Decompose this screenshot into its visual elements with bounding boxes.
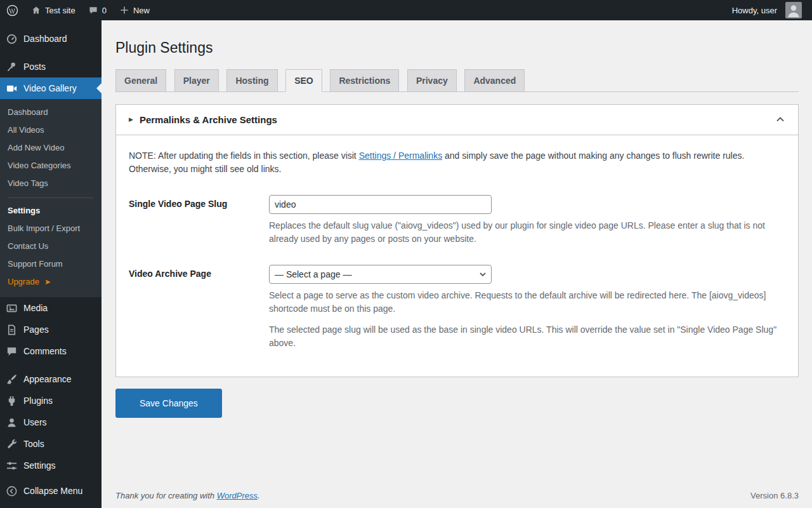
menu-comments[interactable]: Comments — [0, 340, 102, 362]
tools-wrench-icon — [5, 438, 18, 450]
users-icon — [5, 416, 18, 429]
admin-bar: Test site 0 New Howdy, user — [0, 0, 812, 20]
new-content-label: New — [133, 6, 150, 15]
panel-title: Permalinks & Archive Settings — [140, 114, 775, 125]
form-row-single-video-slug: Single Video Page Slug Replaces the defa… — [129, 195, 785, 246]
menu-video-gallery[interactable]: Video Gallery — [0, 77, 102, 99]
menu-users[interactable]: Users — [0, 411, 102, 433]
tab-seo[interactable]: SEO — [285, 69, 322, 92]
wordpress-logo-button[interactable] — [0, 0, 25, 20]
site-name-label: Test site — [45, 6, 75, 15]
menu-label: Tools — [23, 439, 44, 449]
collapse-arrow-icon — [5, 485, 18, 497]
settings-sliders-icon — [5, 459, 18, 472]
permalinks-archive-panel: ▶ Permalinks & Archive Settings NOTE: Af… — [115, 104, 799, 377]
menu-settings[interactable]: Settings — [0, 455, 102, 476]
single-video-slug-label: Single Video Page Slug — [129, 195, 269, 209]
submenu-bulk-import-export[interactable]: Bulk Import / Export — [0, 220, 102, 237]
video-archive-description-1: Select a page to serve as the custom vid… — [269, 289, 785, 316]
submenu-video-tags[interactable]: Video Tags — [0, 175, 102, 192]
menu-label: Settings — [23, 460, 56, 471]
settings-permalinks-link[interactable]: Settings / Permalinks — [359, 150, 443, 161]
plus-icon — [119, 5, 129, 15]
menu-label: Plugins — [23, 396, 53, 406]
video-archive-page-label: Video Archive Page — [129, 265, 269, 279]
menu-posts[interactable]: Posts — [0, 56, 102, 77]
menu-label: Comments — [23, 346, 67, 356]
tab-advanced[interactable]: Advanced — [464, 69, 525, 92]
menu-plugins[interactable]: Plugins — [0, 390, 102, 411]
menu-label: Media — [23, 303, 48, 313]
collapse-menu-button[interactable]: Collapse Menu — [0, 480, 102, 502]
menu-media[interactable]: Media — [0, 297, 102, 319]
avatar-person-icon — [785, 2, 802, 18]
footer-thanks-period: . — [258, 491, 260, 500]
form-row-video-archive-page: Video Archive Page — Select a page — Sel… — [129, 265, 785, 350]
admin-content-area: Plugin Settings General Player Hosting S… — [102, 0, 812, 508]
video-archive-page-select[interactable]: — Select a page — — [269, 265, 492, 284]
submenu-upgrade[interactable]: Upgrade➤ — [0, 273, 102, 291]
menu-label: Users — [23, 417, 47, 427]
video-archive-page-select-wrap: — Select a page — — [269, 265, 492, 284]
panel-body: NOTE: After updating the fields in this … — [116, 135, 798, 377]
menu-tools[interactable]: Tools — [0, 433, 102, 455]
video-archive-description-2: The selected page slug will be used as t… — [269, 323, 785, 350]
video-gallery-submenu: Dashboard All Videos Add New Video Video… — [0, 99, 102, 297]
admin-bar-left: Test site 0 New — [0, 0, 156, 20]
menu-separator — [0, 362, 102, 368]
single-video-slug-description: Replaces the default slug value ("aiovg_… — [269, 219, 785, 246]
menu-separator — [0, 50, 102, 56]
site-name-link[interactable]: Test site — [25, 0, 82, 20]
menu-label: Dashboard — [23, 34, 67, 44]
home-icon — [31, 5, 41, 15]
footer-thanks: Thank you for creating with WordPress. — [115, 491, 260, 500]
howdy-label: Howdy, user — [732, 6, 777, 15]
submenu-support-forum[interactable]: Support Forum — [0, 255, 102, 273]
menu-label: Pages — [23, 324, 49, 335]
my-account-link[interactable]: Howdy, user — [726, 0, 808, 20]
media-icon — [5, 302, 18, 314]
submenu-settings[interactable]: Settings — [0, 202, 102, 220]
menu-appearance[interactable]: Appearance — [0, 368, 102, 390]
video-archive-page-field: — Select a page — Select a page to serve… — [269, 265, 785, 350]
single-video-slug-input[interactable] — [269, 195, 492, 214]
single-video-slug-field: Replaces the default slug value ("aiovg_… — [269, 195, 785, 246]
menu-label: Posts — [23, 62, 46, 72]
page-title: Plugin Settings — [115, 33, 799, 60]
appearance-brush-icon — [5, 373, 18, 385]
wordpress-logo-icon — [6, 4, 18, 17]
menu-dashboard[interactable]: Dashboard — [0, 28, 102, 50]
tab-privacy[interactable]: Privacy — [407, 69, 457, 92]
submenu-all-videos[interactable]: All Videos — [0, 121, 102, 139]
submenu-separator — [8, 197, 94, 198]
submenu-video-categories[interactable]: Video Categories — [0, 157, 102, 175]
tab-general[interactable]: General — [115, 69, 166, 92]
tab-hosting[interactable]: Hosting — [226, 69, 277, 92]
menu-pages[interactable]: Pages — [0, 319, 102, 340]
admin-sidebar: Dashboard Posts Video Gallery Dashboard … — [0, 20, 102, 508]
menu-label: Collapse Menu — [23, 486, 82, 496]
panel-accordion-header[interactable]: ▶ Permalinks & Archive Settings — [116, 105, 798, 135]
pushpin-icon — [5, 60, 18, 73]
footer-version: Version 6.8.3 — [750, 491, 799, 500]
submenu-contact-us[interactable]: Contact Us — [0, 237, 102, 255]
comments-icon — [5, 345, 18, 358]
wordpress-link[interactable]: WordPress — [217, 491, 258, 500]
new-content-link[interactable]: New — [113, 0, 156, 20]
comments-link[interactable]: 0 — [82, 0, 113, 20]
settings-tabs: General Player Hosting SEO Restrictions … — [115, 69, 799, 92]
admin-bar-right: Howdy, user — [726, 0, 812, 20]
admin-menu: Dashboard Posts Video Gallery Dashboard … — [0, 20, 102, 508]
menu-label: Appearance — [23, 374, 72, 384]
footer-thanks-text: Thank you for creating with — [115, 491, 217, 500]
save-changes-button[interactable]: Save Changes — [115, 389, 222, 418]
accordion-marker-icon: ▶ — [129, 117, 133, 123]
submenu-add-new-video[interactable]: Add New Video — [0, 139, 102, 157]
submenu-dashboard[interactable]: Dashboard — [0, 104, 102, 121]
chevron-up-icon[interactable] — [775, 114, 785, 124]
tab-player[interactable]: Player — [174, 69, 219, 92]
note-text-prefix: NOTE: After updating the fields in this … — [129, 150, 359, 161]
dashboard-icon — [5, 32, 18, 45]
menu-label: Video Gallery — [23, 83, 77, 93]
tab-restrictions[interactable]: Restrictions — [330, 69, 399, 92]
